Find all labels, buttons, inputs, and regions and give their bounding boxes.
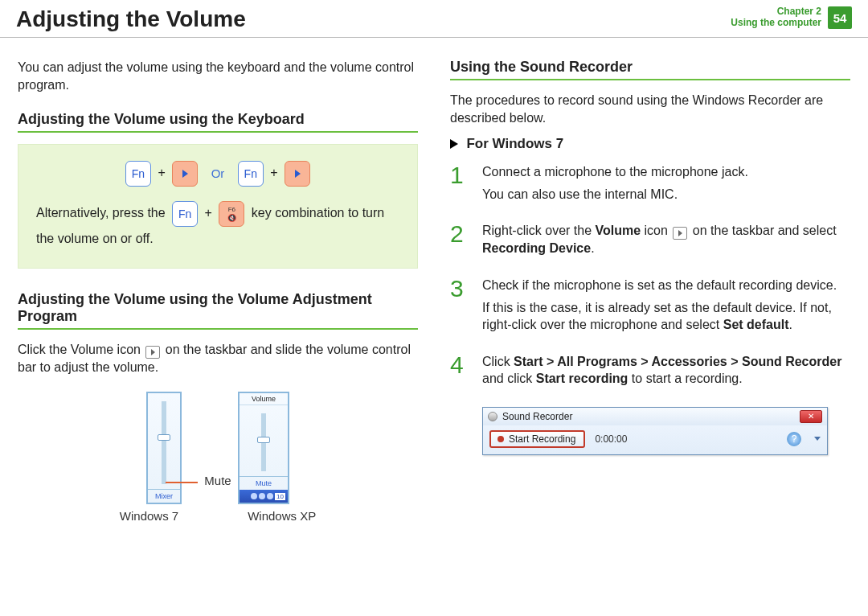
program-paragraph: Click the Volume icon on the taskbar and…: [18, 341, 418, 376]
step-text: Click Start > All Programs > Accessories…: [482, 353, 850, 388]
window-title: Sound Recorder: [502, 411, 572, 422]
chapter-block: Chapter 2 Using the computer 54: [731, 6, 852, 29]
step-number: 2: [450, 222, 471, 262]
sound-recorder-titlebar: Sound Recorder ✕: [483, 408, 827, 425]
volume-icon: [673, 227, 687, 240]
heading-keyboard: Adjusting the Volume using the Keyboard: [18, 111, 418, 133]
keyboard-callout: Fn + Or Fn + Alternatively, press the Fn…: [18, 144, 418, 268]
alt-combo-text: Alternatively, press the Fn + F6🔇 key co…: [36, 201, 399, 251]
chapter-line: Chapter 2: [731, 6, 821, 18]
key-vol-down-icon: [172, 161, 198, 187]
mixer-label: Mixer: [148, 489, 180, 503]
step-2: 2 Right-click over the Volume icon on th…: [450, 222, 850, 262]
chapter-text: Chapter 2 Using the computer: [731, 6, 821, 29]
key-fn: Fn: [238, 161, 264, 187]
left-column: You can adjust the volume using the keyb…: [18, 59, 418, 523]
xp-tray-icon: 10: [240, 490, 288, 503]
caption-xp: Windows XP: [248, 509, 316, 523]
recorder-intro: The procedures to record sound using the…: [450, 92, 850, 126]
page-number-badge: 54: [828, 6, 852, 29]
key-f6-mute-icon: F6🔇: [219, 201, 244, 227]
slider-xp: Volume Mute 10: [238, 392, 289, 504]
right-column: Using the Sound Recorder The procedures …: [450, 59, 850, 523]
step-1: 1 Connect a microphone to the microphone…: [450, 163, 850, 207]
step-number: 1: [450, 163, 471, 207]
key-combo-row: Fn + Or Fn +: [36, 161, 399, 187]
volume-sliders-figure: Mixer Mute Volume Mute 10: [18, 392, 418, 504]
heading-recorder: Using the Sound Recorder: [450, 59, 850, 80]
step-text: If this is the case, it is already set a…: [482, 299, 850, 334]
triangle-icon: [450, 139, 458, 149]
key-fn: Fn: [125, 161, 151, 187]
step-4: 4 Click Start > All Programs > Accessori…: [450, 353, 850, 392]
page-title: Adjusting the Volume: [16, 6, 246, 32]
key-vol-up-icon: [285, 161, 310, 187]
page-header: Adjusting the Volume Chapter 2 Using the…: [0, 0, 868, 38]
start-recording-button[interactable]: Start Recording: [489, 430, 585, 448]
recording-time: 0:00:00: [595, 433, 627, 445]
key-fn: Fn: [172, 201, 198, 227]
step-3: 3 Check if the microphone is set as the …: [450, 277, 850, 339]
step-text: Check if the microphone is set as the de…: [482, 277, 850, 294]
close-button[interactable]: ✕: [800, 410, 822, 423]
volume-icon: [145, 346, 160, 359]
step-number: 3: [450, 277, 471, 339]
button-label: Start Recording: [509, 433, 575, 445]
xp-volume-title: Volume: [240, 393, 288, 405]
plus-text: +: [270, 166, 277, 179]
mute-label: Mute: [204, 474, 231, 487]
alt-prefix: Alternatively, press the: [36, 206, 169, 220]
step-text: Connect a microphone to the microphone j…: [482, 163, 748, 181]
plus-text: +: [205, 206, 212, 220]
or-text: Or: [211, 166, 225, 180]
help-button[interactable]: ?: [787, 432, 801, 446]
plus-text: +: [158, 166, 165, 179]
mute-small-label: Mute: [240, 476, 288, 490]
for-win7-label: For Windows 7: [466, 136, 563, 151]
record-icon: [497, 436, 504, 442]
chapter-line: Using the computer: [731, 18, 821, 29]
intro-text: You can adjust the volume using the keyb…: [18, 59, 418, 93]
step-text: Right-click over the Volume icon on the …: [482, 222, 850, 257]
caption-win7: Windows 7: [120, 509, 178, 523]
for-windows-7-heading: For Windows 7: [450, 136, 850, 152]
heading-program: Adjusting the Volume using the Volume Ad…: [18, 291, 418, 330]
step-text: You can also use the internal MIC.: [482, 186, 748, 203]
dropdown-icon[interactable]: [814, 437, 821, 441]
microphone-icon: [488, 412, 497, 421]
sound-recorder-window: Sound Recorder ✕ Start Recording 0:00:00…: [482, 407, 828, 455]
step-number: 4: [450, 353, 471, 392]
slider-win7: Mixer: [146, 392, 182, 504]
